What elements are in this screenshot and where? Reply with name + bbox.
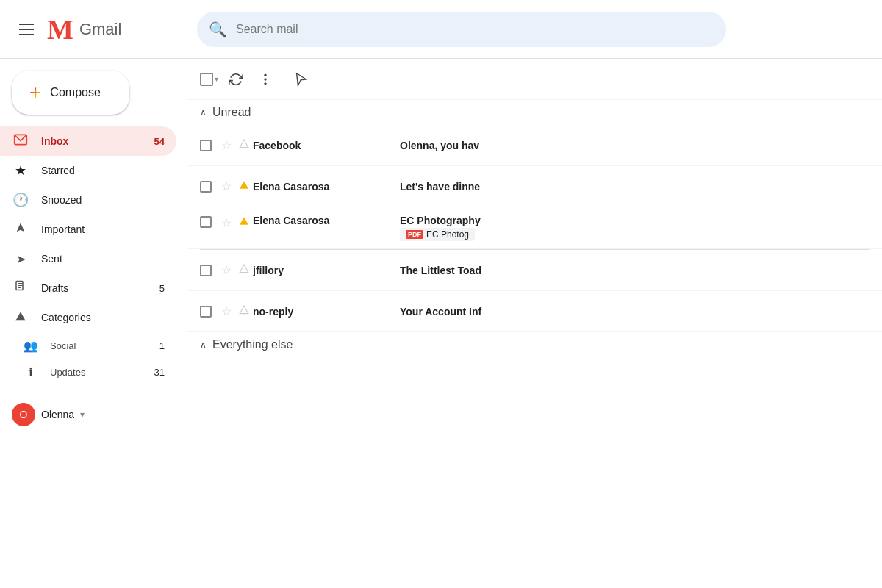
inbox-label: Inbox: [41, 135, 143, 147]
sidebar-item-drafts[interactable]: Drafts 5: [0, 273, 176, 303]
table-row[interactable]: ☆ jfillory The Littlest Toad: [188, 250, 882, 291]
select-all-area[interactable]: ▾: [200, 73, 218, 86]
drafts-badge: 5: [159, 283, 165, 294]
subject-noreply: Your Account Inf: [400, 306, 870, 318]
sidebar-item-important[interactable]: Important: [0, 215, 176, 244]
table-row[interactable]: ☆ Elena Casarosa EC Photography PDF EC P…: [188, 207, 882, 249]
important-jfillory[interactable]: [235, 264, 253, 277]
social-label: Social: [50, 340, 148, 351]
svg-marker-8: [240, 181, 248, 188]
everything-else-section-header[interactable]: ∧ Everything else: [188, 332, 882, 357]
unread-section-caret-icon: ∧: [200, 107, 207, 118]
sidebar-item-starred[interactable]: ★ Starred: [0, 156, 176, 185]
logo-area: M Gmail: [47, 15, 179, 43]
star-ec2[interactable]: ☆: [218, 215, 235, 230]
search-input[interactable]: [236, 23, 714, 36]
row-checkbox-noreply[interactable]: [200, 306, 218, 318]
compose-label: Compose: [50, 86, 100, 99]
sidebar-item-snoozed[interactable]: 🕐 Snoozed: [0, 185, 176, 215]
star-facebook[interactable]: ☆: [218, 138, 235, 152]
sidebar-item-social[interactable]: 👥 Social 1: [0, 332, 176, 359]
more-options-icon: [258, 72, 273, 87]
row-checkbox-ec1[interactable]: [200, 181, 218, 193]
row-checkbox-jfillory[interactable]: [200, 265, 218, 276]
hamburger-button[interactable]: [12, 15, 41, 44]
important-ec2[interactable]: [235, 215, 253, 229]
content-jfillory: The Littlest Toad: [400, 265, 870, 276]
refresh-button[interactable]: [224, 68, 248, 91]
mail-list: ∧ Unread ☆ Facebook Olenna, you hav: [188, 100, 882, 588]
sidebar-item-sent[interactable]: ➤ Sent: [0, 244, 176, 273]
compose-button[interactable]: + Compose: [12, 71, 129, 115]
user-area[interactable]: O Olenna ▾: [0, 397, 188, 432]
svg-marker-7: [240, 140, 248, 148]
svg-marker-10: [240, 265, 248, 273]
inbox-badge: 54: [154, 136, 165, 147]
star-noreply[interactable]: ☆: [218, 304, 235, 318]
content-ec1: Let's have dinne: [400, 181, 870, 193]
avatar: O: [12, 403, 35, 426]
categories-icon: [12, 311, 29, 325]
mail-area: ▾ ∧ Unread ☆: [188, 59, 882, 588]
sidebar-item-updates[interactable]: ℹ Updates 31: [0, 359, 176, 385]
sidebar-item-categories[interactable]: Categories: [0, 303, 176, 332]
checkbox-facebook[interactable]: [200, 140, 212, 151]
compose-plus-icon: +: [29, 82, 41, 103]
updates-badge: 31: [154, 367, 165, 378]
important-ec1[interactable]: [235, 180, 253, 193]
svg-point-5: [264, 78, 266, 80]
row-checkbox-facebook[interactable]: [200, 140, 218, 151]
sent-label: Sent: [41, 253, 165, 265]
star-jfillory[interactable]: ☆: [218, 263, 235, 277]
sender-facebook: Facebook: [253, 140, 400, 151]
important-label: Important: [41, 223, 165, 235]
attachment-ec2: PDF EC Photog: [400, 228, 475, 241]
everything-else-caret-icon: ∧: [200, 340, 207, 350]
starred-icon: ★: [12, 162, 29, 179]
social-badge: 1: [159, 340, 165, 351]
more-options-button[interactable]: [254, 68, 277, 91]
subject-ec1: Let's have dinne: [400, 181, 870, 193]
subject-facebook: Olenna, you hav: [400, 140, 870, 151]
select-all-caret-icon[interactable]: ▾: [215, 75, 218, 83]
subject-jfillory: The Littlest Toad: [400, 265, 870, 276]
table-row[interactable]: ☆ Elena Casarosa Let's have dinne: [188, 166, 882, 207]
content-ec2: EC Photography PDF EC Photog: [400, 215, 870, 241]
updates-icon: ℹ: [24, 365, 38, 379]
checkbox-noreply[interactable]: [200, 306, 212, 318]
refresh-icon: [229, 72, 243, 87]
unread-section-label: Unread: [212, 106, 251, 119]
table-row[interactable]: ☆ no-reply Your Account Inf: [188, 291, 882, 332]
checkbox-ec1[interactable]: [200, 181, 212, 193]
social-icon: 👥: [24, 339, 38, 353]
svg-marker-11: [240, 306, 248, 314]
snoozed-icon: 🕐: [12, 192, 29, 208]
content-noreply: Your Account Inf: [400, 306, 870, 318]
username-label: Olenna: [41, 409, 74, 420]
svg-point-4: [264, 74, 266, 76]
search-icon: 🔍: [209, 21, 227, 38]
subject-ec2: EC Photography: [400, 215, 870, 226]
important-noreply[interactable]: [235, 305, 253, 318]
checkbox-jfillory[interactable]: [200, 265, 212, 276]
sender-jfillory: jfillory: [253, 265, 400, 276]
sidebar-item-inbox[interactable]: Inbox 54: [0, 126, 176, 156]
drafts-icon: [12, 280, 29, 297]
content-facebook: Olenna, you hav: [400, 140, 870, 151]
row-checkbox-ec2[interactable]: [200, 215, 218, 228]
checkbox-ec2[interactable]: [200, 216, 212, 228]
select-all-checkbox[interactable]: [200, 73, 213, 86]
svg-point-6: [264, 82, 266, 85]
cursor-icon: [293, 71, 309, 87]
star-ec1[interactable]: ☆: [218, 179, 235, 193]
unread-section-header[interactable]: ∧ Unread: [188, 100, 882, 125]
cursor-button[interactable]: [289, 67, 314, 92]
svg-marker-1: [17, 223, 25, 232]
table-row[interactable]: ☆ Facebook Olenna, you hav: [188, 125, 882, 166]
sender-ec1: Elena Casarosa: [253, 181, 400, 193]
sender-noreply: no-reply: [253, 306, 400, 318]
search-bar[interactable]: 🔍: [197, 12, 726, 47]
sender-ec2: Elena Casarosa: [253, 215, 400, 226]
important-facebook[interactable]: [235, 139, 253, 152]
hamburger-line: [19, 24, 34, 25]
